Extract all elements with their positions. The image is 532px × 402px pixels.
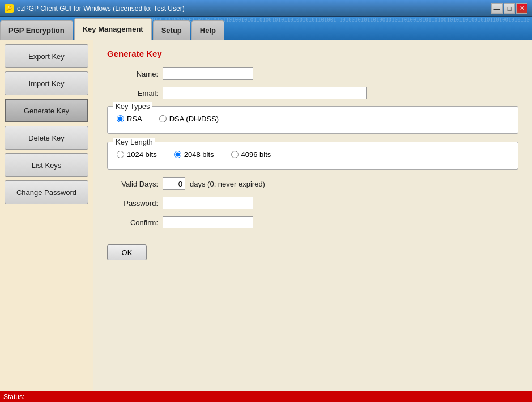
maximize-button[interactable]: □ (504, 3, 515, 14)
tab-setup[interactable]: Setup (153, 20, 190, 40)
main-window: PGP Encryption Key Management Setup Help… (0, 17, 532, 402)
radio-dsa[interactable] (159, 115, 167, 122)
name-row: Name: (107, 67, 518, 80)
radio-1024[interactable] (117, 151, 124, 158)
radio-2048-text: 2048 bits (184, 150, 214, 159)
valid-days-row: Valid Days: days (0: never expired) (107, 177, 518, 190)
confirm-row: Confirm: (107, 216, 518, 228)
radio-1024-label[interactable]: 1024 bits (117, 150, 157, 159)
sidebar: Export Key Import Key Generate Key Delet… (0, 40, 93, 391)
key-types-legend: Key Types (113, 102, 152, 111)
ok-button[interactable]: OK (107, 244, 147, 260)
radio-rsa-text: RSA (127, 115, 142, 123)
tab-key-management[interactable]: Key Management (74, 18, 152, 40)
import-key-button[interactable]: Import Key (5, 71, 88, 95)
content-area: Export Key Import Key Generate Key Delet… (0, 40, 532, 391)
main-content-panel: Generate Key Name: Email: Key Types RSA (93, 40, 532, 391)
email-row: Email: (107, 87, 518, 99)
app-icon: 🔑 (5, 4, 14, 13)
radio-dsa-text: DSA (DH/DSS) (169, 115, 219, 123)
key-length-legend: Key Length (113, 138, 155, 146)
close-button[interactable]: ✕ (516, 3, 527, 14)
password-input[interactable] (163, 197, 253, 209)
menu-bar: PGP Encryption Key Management Setup Help (0, 17, 532, 40)
valid-days-note: days (0: never expired) (190, 180, 265, 188)
email-label: Email: (107, 89, 158, 98)
section-title: Generate Key (107, 49, 518, 58)
title-bar: 🔑 ezPGP Client GUI for Windows (Licensed… (0, 0, 532, 17)
status-label: Status: (3, 393, 24, 401)
generate-key-button[interactable]: Generate Key (5, 99, 88, 122)
minimize-button[interactable]: — (491, 3, 503, 14)
tab-help[interactable]: Help (191, 20, 224, 40)
tabs-row: PGP Encryption Key Management Setup Help (0, 17, 225, 40)
key-types-radio-row: RSA DSA (DH/DSS) (117, 112, 509, 125)
title-text: ezPGP Client GUI for Windows (Licensed t… (17, 5, 185, 12)
change-password-button[interactable]: Change Password (5, 180, 88, 204)
status-bar: Status: (0, 391, 532, 402)
radio-1024-text: 1024 bits (127, 150, 157, 159)
key-length-radio-row: 1024 bits 2048 bits 4096 bits (117, 148, 509, 161)
key-length-group: Key Length 1024 bits 2048 bits 4096 bits (107, 142, 518, 170)
radio-4096-label[interactable]: 4096 bits (231, 150, 271, 159)
valid-days-label: Valid Days: (107, 180, 158, 188)
export-key-button[interactable]: Export Key (5, 44, 88, 68)
window-controls: — □ ✕ (491, 3, 527, 14)
radio-2048-label[interactable]: 2048 bits (174, 150, 214, 159)
radio-2048[interactable] (174, 151, 181, 158)
password-row: Password: (107, 197, 518, 209)
delete-key-button[interactable]: Delete Key (5, 126, 88, 150)
radio-4096-text: 4096 bits (241, 150, 271, 159)
radio-4096[interactable] (231, 151, 239, 158)
name-label: Name: (107, 70, 158, 78)
name-input[interactable] (163, 67, 253, 80)
email-input[interactable] (163, 87, 367, 99)
list-keys-button[interactable]: List Keys (5, 153, 88, 177)
password-label: Password: (107, 199, 158, 208)
radio-rsa-label[interactable]: RSA (117, 115, 142, 123)
valid-days-input[interactable] (163, 177, 185, 190)
radio-rsa[interactable] (117, 115, 124, 122)
radio-dsa-label[interactable]: DSA (DH/DSS) (159, 115, 219, 123)
confirm-input[interactable] (163, 216, 253, 228)
confirm-label: Confirm: (107, 218, 158, 227)
tab-pgp-encryption[interactable]: PGP Encryption (0, 20, 73, 40)
key-types-group: Key Types RSA DSA (DH/DSS) (107, 106, 518, 134)
